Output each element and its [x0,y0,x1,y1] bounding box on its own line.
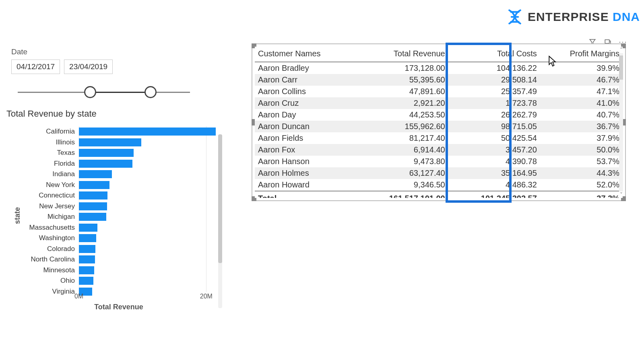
table-cell: 41.0% [540,97,623,109]
bar-category-label: California [19,128,75,136]
table-cell: 50,425.54 [448,132,540,144]
table-row[interactable]: Aaron Fields81,217.4050,425.5437.9% [255,132,623,144]
bar[interactable] [79,170,112,178]
table-cell: 173,128.00 [357,62,448,74]
table-cell: 6,914.40 [357,144,448,156]
bar[interactable] [79,138,141,146]
table-cell: Aaron Collins [255,86,357,97]
date-from-input[interactable]: 04/12/2017 [11,60,60,74]
table-cell: 63,127.40 [357,167,448,179]
table-row[interactable]: Aaron Fox6,914.403,457.2050.0% [255,144,623,156]
bar-row[interactable]: Colorado [79,244,219,254]
bar-row[interactable]: Massachusetts [79,222,219,233]
table-cell: 37.9% [540,132,623,144]
bar[interactable] [79,245,95,253]
bar[interactable] [79,181,109,189]
table-cell: 98,715.05 [448,121,540,132]
table-cell: 36.7% [540,121,623,132]
table-row[interactable]: Aaron Day44,253.5026,262.7940.7% [255,109,623,121]
table-cell: 47.1% [540,86,623,97]
bar-row[interactable]: Texas [79,148,219,158]
resize-handle[interactable] [252,119,255,125]
bar[interactable] [79,128,216,136]
bar-category-label: Massachusetts [19,224,75,232]
chart-scrollbar[interactable] [218,134,222,308]
table-cell: 29,508.14 [448,74,540,86]
bar-category-label: North Carolina [19,255,75,263]
x-tick-label: 0M [74,293,83,300]
bar-row[interactable]: New Jersey [79,201,219,212]
bar-category-label: Minnesota [19,266,75,274]
table-header[interactable]: Total Costs [448,47,540,62]
bar-category-label: Washington [19,234,75,242]
bar-category-label: Michigan [19,213,75,221]
slider-handle-start[interactable] [84,86,96,98]
date-range-slider[interactable] [18,86,190,98]
bar[interactable] [79,213,106,221]
bar-row[interactable]: Indiana [79,169,219,179]
table-row[interactable]: Aaron Hanson9,473.804,390.7853.7% [255,156,623,167]
table-cell: 35,164.95 [448,167,540,179]
table-header[interactable]: Total Revenue [357,47,448,62]
revenue-by-state-chart: Total Revenue by state state CaliforniaI… [6,109,227,326]
bar-row[interactable]: Illinois [79,137,219,148]
date-to-input[interactable]: 23/04/2019 [64,60,113,74]
bar[interactable] [79,255,95,263]
bar-row[interactable]: Minnesota [79,265,219,276]
bar[interactable] [79,160,132,168]
scrollbar-thumb[interactable] [619,56,623,80]
table-cell: 4,390.78 [448,156,540,167]
table-cell: 81,217.40 [357,132,448,144]
table-cell: 47,891.60 [357,86,448,97]
scroll-down-icon[interactable]: ˅ [620,191,623,198]
table-cell: 52.0% [540,179,623,191]
table-row[interactable]: Aaron Howard9,346.504,486.3252.0% [255,179,623,191]
bar-row[interactable]: California [79,126,219,137]
bar[interactable] [79,149,134,157]
table-row[interactable]: Aaron Cruz2,921.201,723.7841.0% [255,97,623,109]
brand-text-2: DNA [613,10,640,23]
table-total-cell: 101,245,302.57 [448,191,540,198]
table-row[interactable]: Aaron Duncan155,962.6098,715.0536.7% [255,121,623,132]
bar-row[interactable]: New York [79,180,219,190]
table-row[interactable]: Aaron Carr55,395.6029,508.1446.7% [255,74,623,86]
table-total-cell: 37.3% [540,191,623,198]
slider-handle-end[interactable] [144,86,157,98]
table-cell: 155,962.60 [357,121,448,132]
table-cell: Aaron Hanson [255,156,357,167]
scrollbar-track[interactable] [619,53,623,191]
chart-scrollbar-thumb[interactable] [218,134,222,263]
chart-plot-area: CaliforniaIllinoisTexasFloridaIndianaNew… [79,126,219,292]
bar-category-label: Indiana [19,170,75,178]
table-cell: 44,253.50 [357,109,448,121]
table-scrollbar[interactable]: ˄ ˅ [618,47,624,198]
bar-category-label: Florida [19,160,75,168]
customer-table-visual[interactable]: Customer NamesTotal RevenueTotal CostsPr… [252,43,626,201]
bar[interactable] [79,224,97,232]
scroll-up-icon[interactable]: ˄ [620,47,623,53]
chart-x-axis-label: Total Revenue [10,303,227,311]
bar[interactable] [79,277,93,285]
bar[interactable] [79,202,107,210]
bar-category-label: Connecticut [19,191,75,200]
table-row[interactable]: Aaron Collins47,891.6025,357.4947.1% [255,86,623,97]
bar[interactable] [79,266,94,274]
bar[interactable] [79,191,107,200]
bar-row[interactable]: Ohio [79,276,219,286]
slider-fill [90,92,151,93]
table-row[interactable]: Aaron Bradley173,128.00104,136.2239.9% [255,62,623,74]
bar-row[interactable]: Connecticut [79,190,219,201]
bar-row[interactable]: Michigan [79,212,219,222]
table-cell: 44.3% [540,167,623,179]
table-row[interactable]: Aaron Holmes63,127.4035,164.9544.3% [255,167,623,179]
bar[interactable] [79,234,96,242]
bar-row[interactable]: North Carolina [79,254,219,265]
table-cell: 2,921.20 [357,97,448,109]
table-cell: 104,136.22 [448,62,540,74]
table-cell: 9,346.50 [357,179,448,191]
bar-row[interactable]: Florida [79,158,219,169]
table-cell: Aaron Bradley [255,62,357,74]
bar-row[interactable]: Washington [79,233,219,243]
table-header[interactable]: Customer Names [255,47,357,62]
svg-rect-3 [605,40,609,43]
